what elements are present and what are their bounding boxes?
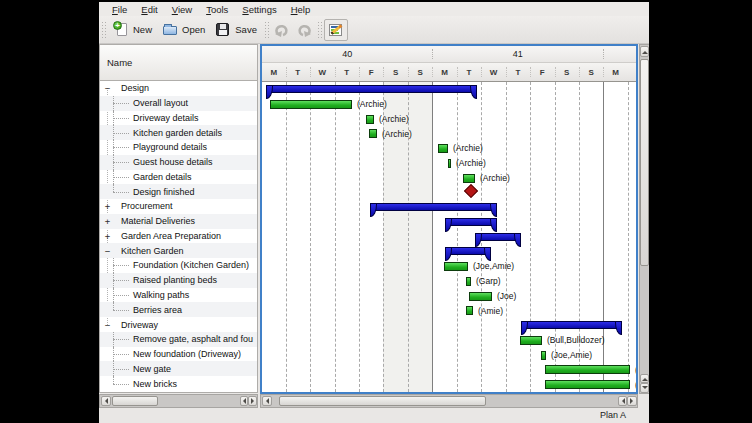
scroll-left-button[interactable] [262, 396, 272, 406]
tree-branch-line [113, 184, 114, 191]
tree-row-remove-gate-asphalt-and-fou[interactable]: Remove gate, asphalt and fou [100, 332, 257, 347]
tree-row-new-foundation-driveway-[interactable]: New foundation (Driveway) [100, 347, 257, 362]
day-label: F [530, 63, 554, 81]
tree-row-garden-area-preparation[interactable]: +Garden Area Preparation [100, 229, 257, 244]
gantt-horizontal-scrollbar[interactable] [260, 394, 638, 408]
scroll-up-button[interactable] [640, 46, 649, 57]
task-bar[interactable] [469, 292, 492, 301]
resource-assignment-label: (Archie) [453, 143, 483, 153]
summary-bar[interactable] [370, 203, 497, 211]
task-bar[interactable] [466, 306, 473, 315]
tree-row-new-gate[interactable]: New gate [100, 361, 257, 376]
tree-row-walking-paths[interactable]: Walking paths [100, 288, 257, 303]
milestone-diamond[interactable] [464, 184, 478, 198]
tree-row-kitchen-garden[interactable]: −Kitchen Garden [100, 243, 257, 258]
tree-row-procurement[interactable]: +Procurement [100, 199, 257, 214]
open-button[interactable]: Open [157, 20, 210, 40]
gantt-row [262, 244, 636, 259]
menu-item-settings[interactable]: Settings [235, 4, 283, 15]
gantt-row: (Joe,Amie) [262, 259, 636, 274]
gantt-row: (Joe) [262, 289, 636, 304]
edit-button[interactable] [324, 19, 348, 41]
week-boundary-tick [603, 49, 604, 59]
menu-item-file[interactable]: File [105, 4, 134, 15]
undo-button[interactable] [271, 20, 293, 40]
summary-bar[interactable] [521, 321, 622, 329]
tree-row-overall-layout[interactable]: Overall layout [100, 96, 257, 111]
task-bar[interactable] [444, 262, 468, 271]
menu-item-help[interactable]: Help [284, 4, 318, 15]
task-bar[interactable] [369, 129, 377, 138]
tree-horizontal-scrollbar[interactable] [99, 394, 258, 408]
task-bar[interactable] [545, 380, 630, 389]
task-name-label: Procurement [121, 201, 173, 211]
task-name-label: New bricks [133, 379, 177, 389]
tree-row-new-bricks[interactable]: New bricks [100, 376, 257, 391]
resource-assignment-label: (Archie) [357, 99, 387, 109]
task-bar[interactable] [438, 144, 448, 153]
tree-row-berries-area[interactable]: Berries area [100, 302, 257, 317]
summary-bar[interactable] [445, 218, 497, 226]
task-bar[interactable] [541, 351, 546, 360]
tree-row-driveway[interactable]: −Driveway [100, 317, 257, 332]
tree-row-garden-details[interactable]: Garden details [100, 170, 257, 185]
task-bar[interactable] [448, 159, 451, 168]
down-arrow-icon [642, 386, 648, 392]
summary-bar[interactable] [475, 233, 521, 241]
task-name-label: Guest house details [133, 157, 213, 167]
collapse-expander-icon[interactable]: − [103, 246, 112, 256]
tree-row-guest-house-details[interactable]: Guest house details [100, 155, 257, 170]
expand-expander-icon[interactable]: + [103, 231, 112, 241]
collapse-expander-icon[interactable]: − [103, 83, 112, 93]
tree-row-raised-planting-beds[interactable]: Raised planting beds [100, 273, 257, 288]
tree-scroll-thumb[interactable] [112, 396, 158, 406]
save-button[interactable]: Save [210, 20, 262, 40]
gantt-vertical-scrollbar[interactable] [639, 44, 649, 394]
tree-row-foundation-kitchen-garden-[interactable]: Foundation (Kitchen Garden) [100, 258, 257, 273]
tree-row-design[interactable]: −Design [100, 81, 257, 96]
task-bar[interactable] [463, 174, 475, 183]
tree-branch-stub [113, 265, 129, 266]
tree-row-design-finished[interactable]: Design finished [100, 184, 257, 199]
tree-row-kitchen-garden-details[interactable]: Kitchen garden details [100, 125, 257, 140]
summary-bar[interactable] [445, 247, 491, 255]
scroll-down-button[interactable] [640, 383, 649, 393]
scroll-left-button-2[interactable] [618, 396, 627, 406]
scroll-right-button[interactable] [627, 396, 637, 406]
summary-bar[interactable] [266, 85, 477, 93]
expand-expander-icon[interactable]: + [103, 216, 112, 226]
vertical-scroll-thumb[interactable] [640, 59, 649, 266]
right-arrow-icon [251, 398, 257, 404]
left-arrow-icon [619, 398, 625, 404]
task-bar[interactable] [270, 100, 352, 109]
tree-header-name[interactable]: Name [100, 45, 257, 81]
expand-expander-icon[interactable]: + [103, 201, 112, 211]
task-bar[interactable] [545, 365, 630, 374]
up-arrow-icon [642, 48, 648, 54]
scroll-left-button[interactable] [101, 396, 111, 406]
menu-item-view[interactable]: View [165, 4, 199, 15]
resource-assignment-label: (Archie) [379, 114, 409, 124]
scroll-right-button[interactable] [248, 396, 257, 406]
task-bar[interactable] [366, 115, 374, 124]
menu-item-tools[interactable]: Tools [199, 4, 235, 15]
scroll-up-button-2[interactable] [640, 374, 649, 383]
day-boundary-tick [506, 67, 507, 77]
collapse-expander-icon[interactable]: − [103, 320, 112, 330]
toolbar-handle[interactable] [101, 21, 106, 39]
gantt-scroll-thumb[interactable] [279, 396, 486, 406]
new-button[interactable]: + New [108, 20, 157, 40]
scroll-left-button-2[interactable] [240, 396, 248, 406]
tree-row-driveway-details[interactable]: Driveway details [100, 111, 257, 126]
tree-row-playground-details[interactable]: Playground details [100, 140, 257, 155]
gantt-row [262, 230, 636, 245]
tree-row-material-deliveries[interactable]: +Material Deliveries [100, 214, 257, 229]
redo-button[interactable] [293, 20, 315, 40]
task-bar[interactable] [466, 277, 471, 286]
gantt-chart-body[interactable]: (Archie)(Archie)(Archie)(Archie)(Archie)… [262, 82, 636, 392]
gantt-row: (Archie) [262, 97, 636, 112]
gantt-row: (Ma [262, 362, 636, 377]
task-bar[interactable] [520, 336, 542, 345]
menu-item-edit[interactable]: Edit [134, 4, 164, 15]
task-name-label: Raised planting beds [133, 275, 217, 285]
